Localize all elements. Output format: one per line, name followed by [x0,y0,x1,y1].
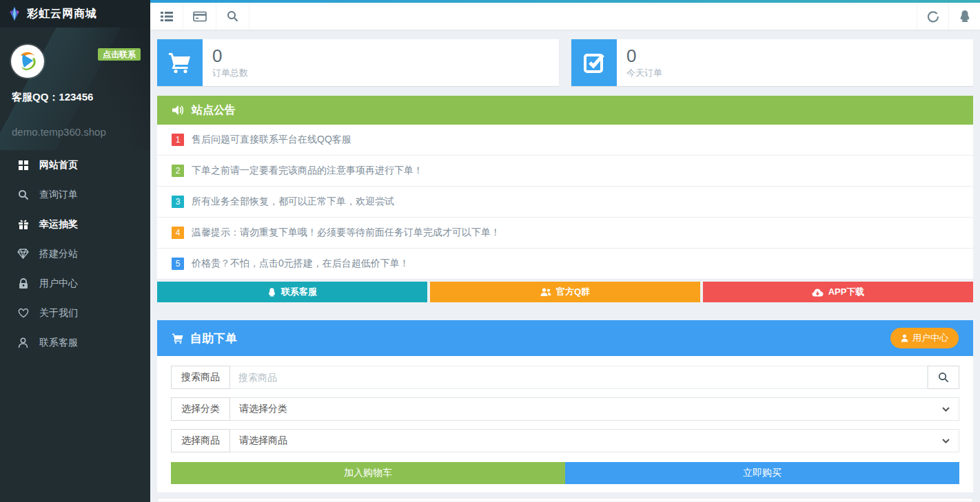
avatar[interactable] [11,45,44,78]
buy-now-button[interactable]: 立即购买 [565,462,959,484]
contact-badge[interactable]: 点击联系 [98,48,141,61]
user-center-button[interactable]: 用户中心 [890,328,959,348]
button-label: APP下载 [828,286,865,298]
select-category-row: 选择分类 请选择分类 [171,397,959,421]
announcement-text: 下单之前请一定要看完该商品的注意事项再进行下单！ [192,165,423,177]
site-domain: demo.temp360.shop [12,126,106,138]
search-icon [17,189,29,200]
select-product-label: 选择商品 [171,429,230,452]
add-to-cart-button[interactable]: 加入购物车 [171,462,565,484]
announcement-title: 站点公告 [192,103,236,118]
select-category-label: 选择分类 [171,397,230,421]
announcement-number-badge: 3 [172,196,184,208]
cloud-download-icon [812,288,824,297]
search-icon [227,10,238,22]
stat-label: 订单总数 [212,67,248,79]
check-square-icon [571,39,617,86]
announcement-item: 4 温馨提示：请勿重复下单哦！必须要等待前面任务订单完成才可以下单！ [157,218,973,249]
stat-body: 0 订单总数 [203,39,258,86]
sidebar-item-contact-service[interactable]: 联系客服 [0,328,150,357]
category-select-value: 请选择分类 [239,403,287,415]
button-label: 用户中心 [912,332,948,344]
users-icon [540,288,551,297]
qq-penguin-icon [959,10,971,23]
sidebar: 彩虹云网商城 点击联系 客服QQ：123456 demo.temp360.sho… [0,0,150,502]
gem-icon [17,248,29,260]
button-label: 官方Q群 [556,286,590,298]
sidebar-item-home[interactable]: 网站首页 [0,150,150,180]
user-icon [901,334,908,342]
self-order-panel: 自助下单 用户中心 搜索商品 [157,320,973,492]
cart-icon [172,333,184,344]
sidebar-item-lucky-draw[interactable]: 幸运抽奖 [0,209,150,239]
main-area: 0 订单总数 0 今天订单 站点公告 [150,0,980,502]
credit-card-icon [193,11,207,22]
button-label: 联系客服 [281,286,317,298]
speaker-icon [172,105,184,116]
brand[interactable]: 彩虹云网商城 [0,0,150,28]
sidebar-item-query-order[interactable]: 查询订单 [0,180,150,209]
announcement-item: 1 售后问题可直接联系平台在线QQ客服 [157,125,973,156]
service-qq-label: 客服QQ：123456 [12,91,93,104]
stats-row: 0 订单总数 0 今天订单 [157,39,973,86]
sidebar-item-about-us[interactable]: 关于我们 [0,298,150,328]
self-order-title: 自助下单 [190,331,237,346]
announcement-text: 温馨提示：请勿重复下单哦！必须要等待前面任务订单完成才可以下单！ [192,227,500,239]
toolbar-spacer [249,3,917,30]
announcement-item: 5 价格贵？不怕，点击0元搭建，在后台超低价下单！ [157,249,973,280]
sidebar-item-label: 幸运抽奖 [39,218,78,231]
app-download-button[interactable]: APP下载 [703,282,973,302]
grid-icon [17,159,29,171]
sidebar-item-build-substation[interactable]: 搭建分站 [0,239,150,269]
announcement-text: 售后问题可直接联系平台在线QQ客服 [192,134,351,146]
stat-value: 0 [212,46,248,67]
announcement-item: 2 下单之前请一定要看完该商品的注意事项再进行下单！ [157,156,973,187]
announcement-number-badge: 1 [172,134,184,146]
refresh-button[interactable] [917,3,948,30]
product-select-value: 请选择商品 [239,435,287,447]
button-label: 加入购物车 [344,467,392,479]
search-button[interactable] [216,3,249,30]
order-actions-row: 加入购物车 立即购买 [171,462,959,484]
self-order-body: 搜索商品 选择分类 请选择分类 [157,356,973,492]
stat-value: 0 [626,46,662,67]
category-select[interactable]: 请选择分类 [230,397,959,421]
stat-body: 0 今天订单 [617,39,672,86]
sidebar-item-label: 关于我们 [39,307,78,320]
stat-card-today-orders: 0 今天订单 [571,39,973,86]
cart-icon [157,39,203,86]
product-search-button[interactable] [928,366,959,389]
announcement-list: 1 售后问题可直接联系平台在线QQ客服 2 下单之前请一定要看完该商品的注意事项… [157,125,973,280]
refresh-icon [927,10,939,23]
sidebar-item-label: 网站首页 [39,159,78,171]
sidebar-item-label: 搭建分站 [39,248,78,260]
sidebar-item-label: 用户中心 [39,278,78,290]
search-product-input[interactable] [230,366,928,389]
brand-title: 彩虹云网商城 [27,7,97,21]
self-order-header: 自助下单 用户中心 [157,320,973,356]
brand-logo-icon [7,6,22,21]
search-product-row: 搜索商品 [171,366,959,389]
contact-service-button[interactable]: 联系客服 [157,282,427,302]
search-product-label: 搜索商品 [171,366,230,389]
list-view-button[interactable] [150,3,183,30]
qq-contact-button[interactable] [948,3,980,30]
top-toolbar [150,3,980,30]
heart-icon [17,307,29,319]
qq-icon [267,287,276,297]
lock-icon [17,278,29,289]
official-qq-group-button[interactable]: 官方Q群 [430,282,700,302]
announcement-header: 站点公告 [157,96,973,125]
stat-card-total-orders: 0 订单总数 [157,39,559,86]
select-product-row: 选择商品 请选择商品 [171,429,959,452]
announcement-number-badge: 5 [172,258,184,270]
billing-button[interactable] [183,3,216,30]
sidebar-profile: 点击联系 客服QQ：123456 demo.temp360.shop [0,28,150,150]
page-content: 0 订单总数 0 今天订单 站点公告 [150,30,980,502]
product-select[interactable]: 请选择商品 [230,429,959,452]
announcement-text: 所有业务全部恢复，都可以正常下单，欢迎尝试 [192,196,394,208]
search-icon [938,372,949,383]
sidebar-item-user-center[interactable]: 用户中心 [0,269,150,298]
chevron-down-icon [942,407,950,412]
chevron-down-icon [942,439,950,443]
